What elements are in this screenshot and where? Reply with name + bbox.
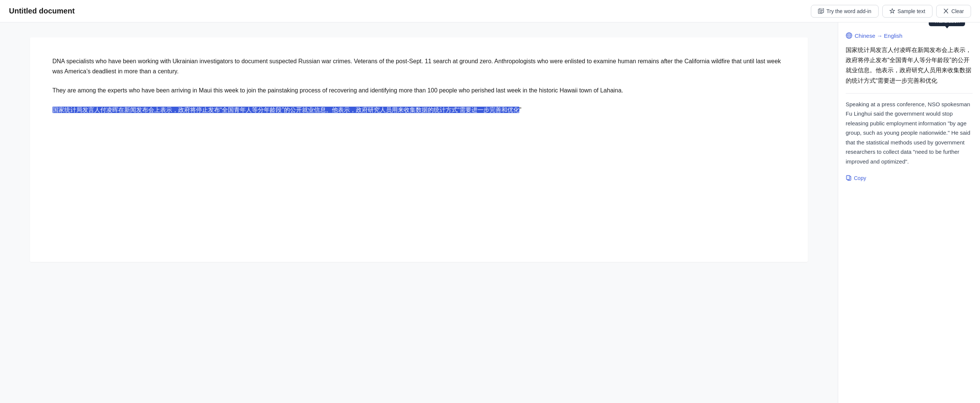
globe-icon [846, 32, 853, 39]
editor-area: DNA specialists who have been working wi… [0, 22, 838, 403]
translation-panel: Translation Chinese → English 国家统计局发言人付凌… [838, 22, 980, 403]
translated-text: Speaking at a press conference, NSO spok… [846, 100, 972, 167]
highlighted-chinese-text: 国家统计局发言人付凌晖在新闻发布会上表示，政府将停止发布“全国青年人等分年龄段”… [52, 107, 519, 113]
document-title: Untitled document [9, 7, 75, 15]
editor-inner[interactable]: DNA specialists who have been working wi… [30, 37, 808, 262]
divider [846, 93, 972, 94]
paragraph-1: DNA specialists who have been working wi… [52, 56, 786, 76]
paragraph-3-suffix: ” [519, 107, 521, 113]
clear-label: Clear [951, 8, 964, 14]
header-actions: Try the word add-in Sample text Clear [811, 5, 971, 18]
word-addin-label: Try the word add-in [827, 8, 872, 14]
app-header: Untitled document Try the word add-in [0, 0, 980, 22]
svg-rect-11 [846, 175, 850, 180]
star-icon [889, 8, 895, 14]
tooltip-label: Translation [934, 22, 960, 24]
word-icon [818, 8, 824, 14]
main-content: DNA specialists who have been working wi… [0, 22, 980, 403]
word-addin-button[interactable]: Try the word add-in [811, 5, 878, 18]
copy-button[interactable]: Copy [846, 174, 866, 183]
language-badge: Chinese → English [846, 32, 972, 39]
source-text: 国家统计局发言人付凌晖在新闻发布会上表示，政府将停止发布“全国青年人等分年龄段”… [846, 45, 972, 86]
language-direction: Chinese → English [855, 33, 902, 39]
paragraph-2: They are among the experts who have been… [52, 85, 786, 96]
clear-icon [943, 8, 949, 14]
sample-text-label: Sample text [898, 8, 925, 14]
copy-label: Copy [854, 175, 866, 181]
sidebar: Translation Chinese → English 国家统计局发言人付凌… [838, 22, 980, 403]
translation-tooltip: Translation [929, 22, 965, 26]
sample-text-button[interactable]: Sample text [882, 5, 932, 18]
copy-icon [846, 175, 852, 181]
clear-button[interactable]: Clear [936, 5, 971, 18]
paragraph-3: 国家统计局发言人付凌晖在新闻发布会上表示，政府将停止发布“全国青年人等分年龄段”… [52, 105, 786, 115]
